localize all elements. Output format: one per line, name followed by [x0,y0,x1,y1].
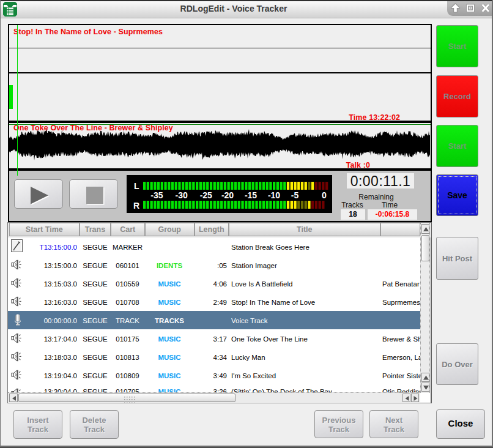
svg-text:0: 0 [322,190,327,200]
svg-text:-25: -25 [200,190,212,200]
svg-text:L: L [134,181,139,191]
svg-text:-5: -5 [291,190,299,200]
svg-text:-10: -10 [268,190,280,200]
svg-text:-30: -30 [175,190,187,200]
svg-text:-35: -35 [150,190,163,200]
svg-text:-20: -20 [221,190,234,200]
svg-text:-15: -15 [245,190,257,200]
svg-text:R: R [133,201,139,211]
